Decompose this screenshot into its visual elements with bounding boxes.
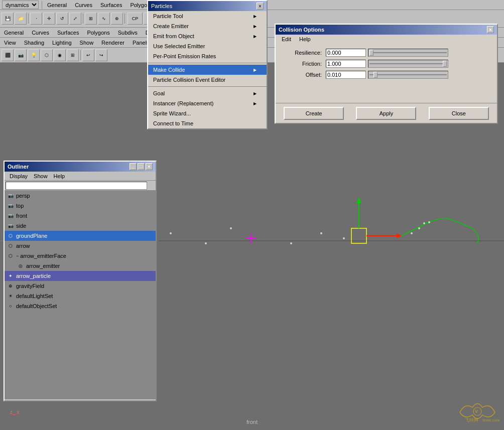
main-menu-curves[interactable]: Curves: [28, 29, 53, 37]
save-icon[interactable]: 💾: [2, 13, 14, 25]
collision-dialog-title: Collision Options: [279, 27, 324, 33]
outliner-item-gravityField[interactable]: ⊕gravityField: [5, 281, 156, 291]
vp-cam[interactable]: 📷: [15, 49, 27, 61]
outliner-item-arrow_emitterFace[interactable]: ⬡−arrow_emitterFace: [5, 251, 156, 261]
collision-menu-help[interactable]: Help: [295, 36, 315, 43]
outliner-item-side[interactable]: 📷side: [5, 221, 156, 231]
outliner-item-front[interactable]: 📷front: [5, 211, 156, 221]
particles-menu-item-per-point-emission[interactable]: Per-Point Emission Rates: [148, 51, 267, 61]
viewport-menu-show[interactable]: Show: [76, 39, 98, 47]
resilience-row: Resilience:: [281, 49, 492, 57]
outliner-item-top[interactable]: 📷top: [5, 201, 156, 211]
outliner-maximize-btn[interactable]: □: [138, 163, 145, 170]
open-icon[interactable]: 📁: [15, 13, 27, 25]
svg-point-13: [320, 232, 322, 234]
vp-wire[interactable]: ⬡: [41, 49, 53, 61]
apply-button[interactable]: Apply: [356, 107, 416, 120]
outliner-item-persp[interactable]: 📷persp: [5, 191, 156, 201]
particles-menu-item-goal[interactable]: Goal▶: [148, 88, 267, 98]
outliner-search-bar: [5, 181, 156, 191]
front-icon: 📷: [7, 212, 15, 220]
outliner-menu-show[interactable]: Show: [31, 173, 51, 180]
particles-menu-item-emit-from-object[interactable]: Emit from Object▶: [148, 31, 267, 41]
outliner-item-arrow_particle[interactable]: ✦arrow_particle: [5, 271, 156, 281]
particles-menu-item-make-collide[interactable]: Make Collide▶: [148, 65, 267, 75]
top-menu-surfaces[interactable]: Surfaces: [96, 1, 126, 9]
viewport-menu-lighting[interactable]: Lighting: [48, 39, 76, 47]
scale-tool[interactable]: ⤢: [69, 13, 81, 25]
close-button[interactable]: Close: [429, 107, 489, 120]
main-menu-subdivs[interactable]: Subdivs: [114, 29, 142, 37]
snap-curve[interactable]: ∿: [98, 13, 110, 25]
outliner-close-btn[interactable]: ×: [146, 163, 153, 170]
particles-menu-item-create-emitter[interactable]: Create Emitter▶: [148, 21, 267, 31]
outliner-item-defaultObjectSet[interactable]: ○defaultObjectSet: [5, 301, 156, 311]
arrow_emitterFace-label: arrow_emitterFace: [20, 253, 66, 259]
svg-point-14: [343, 237, 345, 239]
outliner-menu-help[interactable]: Help: [51, 173, 68, 180]
select-tool[interactable]: ⬝: [30, 13, 42, 25]
gravityField-label: gravityField: [16, 283, 44, 289]
collision-menu-edit[interactable]: Edit: [278, 36, 295, 43]
vp-redo[interactable]: ↪: [95, 49, 107, 61]
particles-menu-item-connect-time[interactable]: Connect to Time: [148, 118, 267, 128]
defaultLightSet-label: defaultLightSet: [16, 293, 53, 299]
offset-slider[interactable]: [368, 71, 448, 79]
resilience-slider[interactable]: [368, 49, 448, 57]
main-menu-surfaces[interactable]: Surfaces: [53, 29, 83, 37]
cp-btn[interactable]: CP: [128, 13, 143, 25]
resilience-input[interactable]: [326, 49, 366, 57]
collision-dialog-close-btn[interactable]: ×: [487, 26, 494, 33]
outliner-minimize-btn[interactable]: _: [130, 163, 137, 170]
snap-point[interactable]: ⊕: [111, 13, 123, 25]
particles-menu: Particles × Particle Tool▶Create Emitter…: [147, 0, 268, 129]
main-menu-polygons[interactable]: Polygons: [83, 29, 113, 37]
viewport-menu-view[interactable]: View: [0, 39, 20, 47]
particles-menu-item-collision-event[interactable]: Particle Collision Event Editor: [148, 75, 267, 85]
vp-light[interactable]: 💡: [28, 49, 40, 61]
arrow_emitterFace-expand[interactable]: −: [16, 253, 19, 258]
move-tool[interactable]: ✛: [43, 13, 55, 25]
vp-smooth[interactable]: ◉: [54, 49, 66, 61]
svg-point-10: [205, 242, 207, 244]
rotate-tool[interactable]: ↺: [56, 13, 68, 25]
viewport-menu-renderer[interactable]: Renderer: [97, 39, 129, 47]
svg-point-11: [230, 227, 232, 229]
viewport-menu-shading[interactable]: Shading: [20, 39, 48, 47]
arrow_emitter-icon: ◎: [17, 262, 25, 270]
vp-grid[interactable]: ⊞: [67, 49, 79, 61]
outliner-item-arrow[interactable]: ⬡arrow: [5, 241, 156, 251]
front-label: front: [16, 213, 27, 219]
watermark: 飞特网 fevte.com V: [455, 397, 500, 426]
particles-menu-item-use-selected-emitter[interactable]: Use Selected Emitter: [148, 41, 267, 51]
friction-input[interactable]: [326, 60, 366, 68]
main-menu-general[interactable]: General: [0, 29, 28, 37]
outliner-panel: Outliner _ □ × Display Show Help 📷persp📷…: [4, 161, 157, 401]
outliner-menu-display[interactable]: Display: [7, 173, 31, 180]
outliner-menu-bar: Display Show Help: [5, 172, 156, 181]
outliner-item-defaultLightSet[interactable]: ☀defaultLightSet: [5, 291, 156, 301]
gravityField-icon: ⊕: [7, 282, 15, 290]
collision-dialog-header: Collision Options ×: [276, 25, 497, 35]
dynamics-dropdown[interactable]: dynamics: [2, 1, 39, 9]
svg-marker-4: [397, 233, 402, 238]
vp-undo[interactable]: ↩: [82, 49, 94, 61]
offset-input[interactable]: [326, 71, 366, 79]
particles-menu-close-btn[interactable]: ×: [257, 3, 264, 10]
outliner-item-groundPlane[interactable]: ⬡groundPlane: [5, 231, 156, 241]
create-button[interactable]: Create: [284, 107, 344, 120]
collision-dialog: Collision Options × Edit Help Resilience…: [275, 24, 498, 124]
top-menu-general[interactable]: General: [43, 1, 71, 9]
outliner-search-input[interactable]: [6, 182, 147, 190]
snap-grid[interactable]: ⊞: [85, 13, 97, 25]
vp-select[interactable]: ⬛: [2, 49, 14, 61]
svg-point-9: [170, 232, 172, 234]
particles-menu-item-sprite-wizard[interactable]: Sprite Wizard...: [148, 108, 267, 118]
top-menu-curves[interactable]: Curves: [71, 1, 96, 9]
particles-menu-item-instancer[interactable]: Instancer (Replacement)▶: [148, 98, 267, 108]
friction-slider[interactable]: [368, 60, 448, 68]
outliner-item-arrow_emitter[interactable]: ◎arrow_emitter: [5, 261, 156, 271]
arrow_emitterFace-icon: ⬡: [7, 252, 15, 260]
particles-menu-item-particle-tool[interactable]: Particle Tool▶: [148, 11, 267, 21]
outliner-header: Outliner _ □ ×: [5, 162, 156, 172]
